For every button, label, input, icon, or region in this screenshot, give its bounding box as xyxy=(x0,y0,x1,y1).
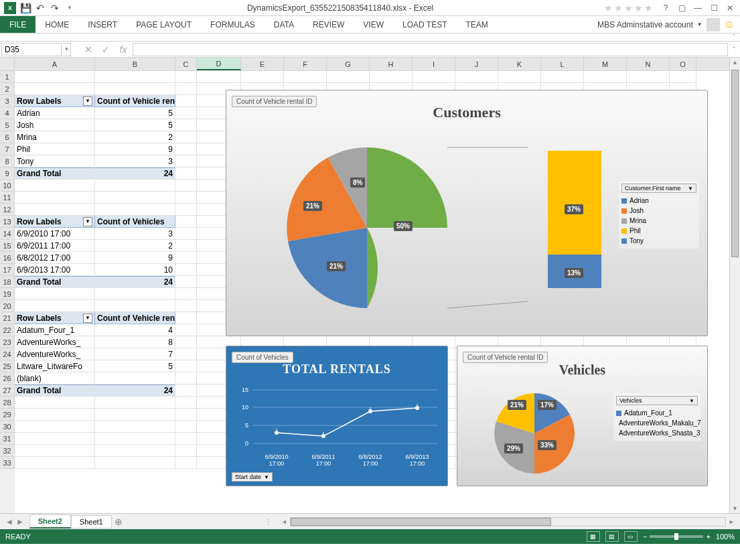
col-header[interactable]: N xyxy=(627,58,670,70)
col-header[interactable]: D xyxy=(197,58,241,70)
row-header[interactable]: 33 xyxy=(0,457,15,469)
row-header[interactable]: 13 xyxy=(0,216,15,228)
tab-team[interactable]: TEAM xyxy=(456,16,497,33)
save-icon[interactable]: 💾 xyxy=(20,3,31,13)
row-header[interactable]: 6 xyxy=(0,131,15,143)
chart-total-rentals[interactable]: Count of Vehicles TOTAL RENTALS 15 10 5 … xyxy=(226,346,448,486)
row-header[interactable]: 7 xyxy=(0,143,15,155)
help-icon[interactable]: ? xyxy=(658,2,673,14)
ribbon-collapsed-area[interactable]: ˅ xyxy=(0,33,740,42)
row-header[interactable]: 16 xyxy=(0,252,15,264)
zoom-control[interactable]: − + xyxy=(643,533,711,541)
view-pagelayout-icon[interactable]: ▤ xyxy=(605,531,619,542)
name-box-dropdown[interactable]: ▼ xyxy=(63,43,71,56)
view-pagebreak-icon[interactable]: ▭ xyxy=(624,531,638,542)
sheet-tab[interactable]: Sheet1 xyxy=(71,515,112,529)
row-header[interactable]: 14 xyxy=(0,228,15,240)
tab-pagelayout[interactable]: PAGE LAYOUT xyxy=(127,16,201,33)
zoom-out-icon[interactable]: − xyxy=(643,533,647,541)
name-box[interactable]: D35 xyxy=(1,43,62,56)
row-header[interactable]: 1 xyxy=(0,71,15,83)
chart-filter[interactable]: Start date▼ xyxy=(232,472,273,482)
row-header[interactable]: 23 xyxy=(0,336,15,348)
row-header[interactable]: 4 xyxy=(0,107,15,119)
smiley-icon[interactable]: ☺ xyxy=(724,19,735,31)
col-header[interactable]: O xyxy=(670,58,696,70)
row-header[interactable]: 22 xyxy=(0,324,15,336)
row-header[interactable]: 20 xyxy=(0,300,15,312)
tab-home[interactable]: HOME xyxy=(35,16,78,33)
minimize-icon[interactable]: — xyxy=(690,2,705,14)
scroll-right-icon[interactable]: ► xyxy=(729,518,735,525)
add-sheet-icon[interactable]: ⊕ xyxy=(112,516,125,527)
undo-icon[interactable]: ↶ xyxy=(35,3,46,13)
sheet-nav[interactable]: ◄► xyxy=(0,517,29,527)
col-header[interactable]: F xyxy=(284,58,327,70)
qat-dropdown-icon[interactable]: ▼ xyxy=(64,3,75,13)
expand-formula-bar-icon[interactable]: ˅ xyxy=(729,46,739,53)
row-header[interactable]: 25 xyxy=(0,360,15,372)
row-header[interactable]: 11 xyxy=(0,192,15,204)
ribbon-options-icon[interactable]: ▢ xyxy=(674,2,689,14)
tab-review[interactable]: REVIEW xyxy=(303,16,354,33)
legend-title[interactable]: Vehicles▼ xyxy=(616,396,698,405)
row-header[interactable]: 21 xyxy=(0,312,15,324)
col-header[interactable]: I xyxy=(413,58,455,70)
col-header[interactable]: B xyxy=(95,58,175,70)
expand-ribbon-icon[interactable]: ˅ xyxy=(733,33,736,40)
enter-formula-icon[interactable]: ✓ xyxy=(98,43,114,56)
redo-icon[interactable]: ↷ xyxy=(50,3,60,13)
col-header[interactable]: M xyxy=(584,58,627,70)
row-header[interactable]: 31 xyxy=(0,433,15,445)
row-header[interactable]: 28 xyxy=(0,397,15,409)
select-all[interactable] xyxy=(0,58,15,71)
legend-title[interactable]: Customer.First name▼ xyxy=(621,184,696,193)
row-header[interactable]: 12 xyxy=(0,204,15,216)
col-header[interactable]: L xyxy=(541,58,584,70)
row-header[interactable]: 5 xyxy=(0,119,15,131)
scroll-left-icon[interactable]: ◄ xyxy=(281,518,287,525)
row-header[interactable]: 32 xyxy=(0,445,15,457)
tab-data[interactable]: DATA xyxy=(265,16,303,33)
tab-insert[interactable]: INSERT xyxy=(78,16,127,33)
row-header[interactable]: 27 xyxy=(0,384,15,397)
row-header[interactable]: 24 xyxy=(0,348,15,360)
scroll-thumb[interactable] xyxy=(731,70,739,257)
row-header[interactable]: 3 xyxy=(0,95,15,107)
tab-file[interactable]: FILE xyxy=(0,16,35,33)
tab-view[interactable]: VIEW xyxy=(354,16,393,33)
close-icon[interactable]: ✕ xyxy=(723,2,737,14)
row-header[interactable]: 19 xyxy=(0,288,15,300)
col-header[interactable]: J xyxy=(455,58,498,70)
row-header[interactable]: 2 xyxy=(0,83,15,95)
sheet-tab-active[interactable]: Sheet2 xyxy=(29,514,71,529)
horizontal-scrollbar[interactable]: ◄ ► xyxy=(276,517,740,527)
row-header[interactable]: 26 xyxy=(0,372,15,384)
col-header[interactable]: H xyxy=(370,58,413,70)
formula-input[interactable] xyxy=(133,43,728,56)
view-normal-icon[interactable]: ▦ xyxy=(587,531,600,542)
maximize-icon[interactable]: ☐ xyxy=(707,2,721,14)
chart-customers[interactable]: Count of Vehicle rental ID Customers 8% … xyxy=(226,90,708,336)
fx-icon[interactable]: fx xyxy=(115,43,131,56)
col-header[interactable]: K xyxy=(498,58,541,70)
col-header[interactable]: G xyxy=(327,58,370,70)
col-header[interactable]: E xyxy=(241,58,284,70)
row-header[interactable]: 18 xyxy=(0,276,15,288)
col-header[interactable]: A xyxy=(15,58,95,70)
zoom-level[interactable]: 100% xyxy=(716,533,735,541)
vertical-scrollbar[interactable]: ▲ ▼ xyxy=(729,58,740,513)
row-header[interactable]: 8 xyxy=(0,155,15,167)
row-header[interactable]: 15 xyxy=(0,240,15,252)
row-header[interactable]: 17 xyxy=(0,264,15,276)
row-header[interactable]: 29 xyxy=(0,409,15,421)
row-header[interactable]: 9 xyxy=(0,167,15,180)
zoom-in-icon[interactable]: + xyxy=(706,533,710,541)
col-header[interactable]: C xyxy=(175,58,197,70)
scroll-up-icon[interactable]: ▲ xyxy=(730,58,740,67)
tab-loadtest[interactable]: LOAD TEST xyxy=(393,16,456,33)
cancel-formula-icon[interactable]: ✕ xyxy=(80,43,96,56)
user-account[interactable]: MBS Adminstative account ▼ ☺ xyxy=(597,16,740,33)
row-header[interactable]: 10 xyxy=(0,180,15,192)
row-header[interactable]: 30 xyxy=(0,421,15,433)
